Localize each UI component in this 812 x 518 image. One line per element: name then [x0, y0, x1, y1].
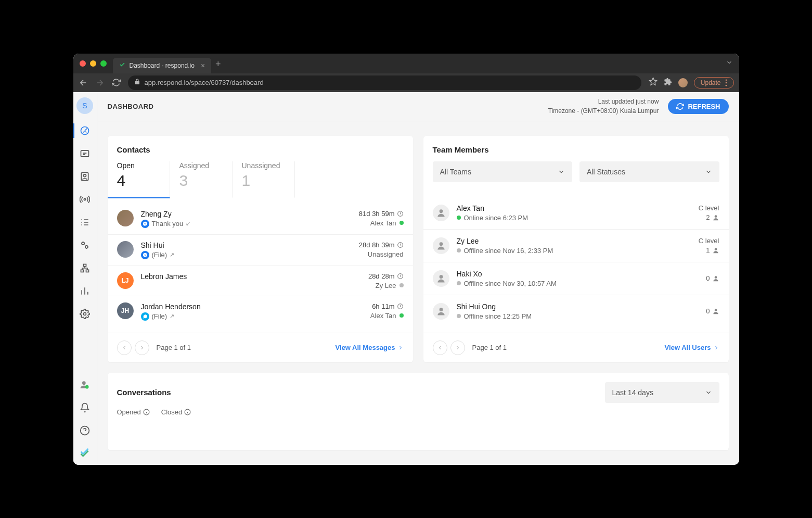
tab-count: 1 [242, 172, 285, 189]
status-dot [457, 216, 461, 220]
member-avatar [433, 303, 449, 320]
svg-point-13 [84, 312, 86, 315]
contact-assignee: Alex Tan [370, 312, 404, 320]
filter-teams-select[interactable]: All Teams [433, 161, 573, 182]
sidebar-item-messages[interactable] [73, 142, 97, 165]
person-icon [436, 306, 446, 317]
member-status: Online since 6:23 PM [457, 214, 699, 222]
contact-row[interactable]: JH Jordan Henderson (File)↗ 6h 11m Alex … [108, 296, 413, 327]
content-area: Contacts Open 4 Assigned 3 Unass [97, 121, 739, 465]
channel-icon [141, 312, 149, 321]
window-close-button[interactable] [80, 60, 86, 67]
contact-elapsed-time: 28d 28m [368, 272, 404, 280]
tab-open[interactable]: Open 4 [108, 161, 170, 198]
sidebar-item-settings[interactable] [73, 234, 97, 257]
svg-point-0 [725, 79, 727, 81]
sidebar-item-broadcast[interactable] [73, 188, 97, 211]
sidebar-item-contacts[interactable] [73, 165, 97, 188]
status-dot [457, 281, 461, 285]
filter-statuses-select[interactable]: All Statuses [579, 161, 719, 182]
extensions-icon[interactable] [664, 78, 672, 88]
conv-tab-opened[interactable]: Opened [117, 408, 150, 416]
message-icon [80, 148, 90, 159]
member-name: Shi Hui Ong [457, 302, 706, 311]
date-range-select[interactable]: Last 14 days [605, 382, 719, 403]
nav-back-button[interactable] [79, 78, 88, 87]
app-root: S [73, 92, 739, 465]
sidebar-item-agent-status[interactable] [73, 373, 97, 396]
members-list: Alex Tan Online since 6:23 PM C level 2 … [423, 192, 729, 333]
contact-last-message: (File)↗ [141, 312, 370, 321]
view-all-messages-link[interactable]: View All Messages [336, 344, 404, 351]
refresh-button[interactable]: REFRESH [668, 99, 728, 114]
sidebar-item-logo[interactable] [73, 442, 97, 465]
profile-avatar-icon[interactable] [678, 78, 688, 87]
member-name: Zy Lee [457, 237, 699, 245]
conv-tab-label: Opened [117, 408, 141, 416]
tab-title: Dashboard - respond.io [130, 62, 195, 69]
tab-close-icon[interactable]: × [201, 61, 205, 70]
member-row[interactable]: Alex Tan Online since 6:23 PM C level 2 [423, 197, 729, 229]
browser-window: Dashboard - respond.io × + app.respond.i… [73, 54, 739, 465]
member-assigned-count: 1 [706, 246, 719, 254]
conv-tab-closed[interactable]: Closed [161, 408, 191, 416]
contact-assignee: Unassigned [359, 250, 404, 258]
page-title: DASHBOARD [108, 103, 154, 110]
tab-assigned[interactable]: Assigned 3 [170, 161, 233, 198]
info-icon [143, 409, 150, 415]
sidebar-item-general-settings[interactable] [73, 302, 97, 325]
svg-point-23 [439, 242, 443, 246]
sidebar-item-help[interactable] [73, 419, 97, 442]
update-label: Update [701, 79, 721, 86]
pager-next-button[interactable] [450, 340, 465, 355]
svg-rect-11 [81, 270, 84, 272]
member-status: Offline since Nov 16, 2:33 PM [457, 247, 699, 255]
window-maximize-button[interactable] [100, 60, 107, 67]
view-all-users-link[interactable]: View All Users [665, 344, 719, 351]
view-all-label: View All Messages [336, 344, 395, 351]
sidebar-item-dashboard[interactable] [73, 119, 97, 142]
members-card: Team Members All Teams All Statuses [423, 136, 729, 362]
contact-row[interactable]: Shi Hui (File)↗ 28d 8h 39m Unassigned [108, 234, 413, 266]
contact-avatar: LJ [117, 272, 134, 289]
sidebar-item-reports[interactable] [73, 280, 97, 302]
tab-unassigned[interactable]: Unassigned 1 [233, 161, 295, 198]
svg-point-2 [725, 84, 727, 86]
person-icon [436, 241, 446, 251]
new-tab-button[interactable]: + [215, 59, 221, 70]
member-row[interactable]: Haki Xo Offline since Nov 30, 10:57 AM 0 [423, 262, 729, 295]
browser-addressbar: app.respond.io/space/60737/dashboard Upd… [73, 73, 739, 92]
sidebar-item-workflows[interactable] [73, 211, 97, 234]
member-level: C level [699, 204, 719, 212]
url-text: app.respond.io/space/60737/dashboard [145, 79, 264, 86]
browser-tab[interactable]: Dashboard - respond.io × [113, 58, 212, 73]
contacts-footer: Page 1 of 1 View All Messages [108, 333, 413, 362]
sidebar-item-notifications[interactable] [73, 396, 97, 419]
pager-next-button[interactable] [135, 340, 149, 355]
bookmark-star-icon[interactable] [649, 77, 658, 88]
pager-prev-button[interactable] [117, 340, 132, 355]
svg-point-26 [714, 276, 717, 279]
contact-row[interactable]: LJ Lebron James 28d 28m Zy Lee [108, 266, 413, 296]
svg-rect-12 [86, 270, 89, 272]
contact-row[interactable]: Zheng Zy Thank you↙ 81d 3h 59m Alex Tan [108, 204, 413, 234]
chevron-down-icon[interactable] [726, 59, 733, 68]
member-status: Offline since 12:25 PM [457, 312, 706, 320]
nav-reload-button[interactable] [112, 78, 121, 87]
nav-forward-button[interactable] [95, 78, 105, 87]
contact-assignee: Alex Tan [359, 219, 404, 227]
url-field[interactable]: app.respond.io/space/60737/dashboard [128, 75, 641, 90]
page-header: DASHBOARD Last updated just now Timezone… [97, 92, 739, 121]
browser-update-button[interactable]: Update [694, 77, 734, 89]
sidebar-item-organization[interactable] [73, 257, 97, 280]
member-row[interactable]: Shi Hui Ong Offline since 12:25 PM 0 [423, 295, 729, 327]
window-minimize-button[interactable] [90, 60, 96, 67]
workspace-badge[interactable]: S [76, 97, 93, 114]
svg-point-15 [85, 385, 89, 388]
member-row[interactable]: Zy Lee Offline since Nov 16, 2:33 PM C l… [423, 229, 729, 262]
page-indicator: Page 1 of 1 [157, 344, 191, 351]
timezone-text: Timezone - (GMT+08:00) Kuala Lumpur [548, 106, 659, 116]
pager-prev-button[interactable] [433, 340, 447, 355]
member-name: Alex Tan [457, 204, 699, 212]
lock-icon [134, 79, 140, 86]
